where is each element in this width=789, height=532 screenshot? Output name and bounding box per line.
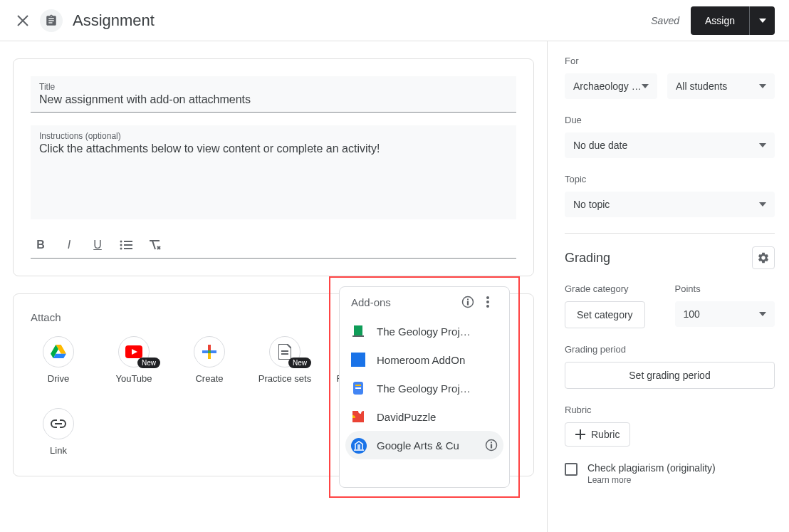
caret-down-icon: [642, 84, 649, 88]
svg-point-2: [120, 244, 122, 246]
addons-more-button[interactable]: [478, 296, 498, 308]
set-category-button[interactable]: Set category: [565, 301, 645, 328]
svg-rect-19: [354, 325, 362, 335]
addon-icon: [351, 353, 365, 367]
svg-rect-24: [355, 387, 361, 389]
class-select[interactable]: Archaeology …: [565, 73, 657, 99]
svg-point-13: [467, 298, 469, 300]
topic-select[interactable]: No topic: [565, 192, 775, 217]
assign-button[interactable]: Assign: [691, 6, 749, 35]
instructions-input[interactable]: Click the attachments below to view cont…: [39, 142, 508, 155]
addons-popup: Add-ons The Geology Proj… Homeroom AddOn…: [339, 286, 510, 488]
svg-point-25: [351, 438, 367, 454]
caret-down-icon: [759, 312, 766, 316]
period-label: Grading period: [565, 344, 775, 355]
format-toolbar: B I U: [31, 232, 516, 259]
plagiarism-label: Check plagiarism (originality): [587, 462, 716, 474]
addon-icon: [351, 381, 365, 395]
plus-color-icon: [202, 345, 216, 359]
addons-info-button[interactable]: [458, 296, 478, 308]
close-icon: [17, 15, 28, 26]
svg-point-17: [486, 305, 489, 308]
attach-link[interactable]: Link: [31, 408, 86, 457]
clear-format-icon: [148, 239, 161, 251]
addon-icon: [351, 410, 365, 424]
instructions-field[interactable]: Instructions (optional) Click the attach…: [31, 125, 516, 219]
addon-item-geology-1[interactable]: The Geology Proj…: [340, 317, 509, 345]
info-icon: [461, 296, 474, 308]
info-icon: [485, 439, 498, 452]
document-icon: [278, 344, 291, 360]
addons-title: Add-ons: [351, 296, 458, 308]
bullet-list-button[interactable]: [119, 238, 133, 252]
divider: [565, 233, 775, 234]
addon-info-button[interactable]: [485, 439, 498, 452]
svg-rect-1: [124, 241, 132, 242]
due-label: Due: [565, 115, 775, 125]
more-vert-icon: [486, 296, 489, 308]
clear-format-button[interactable]: [147, 238, 162, 252]
svg-rect-5: [124, 248, 132, 249]
plus-icon: [575, 429, 585, 439]
title-label: Title: [39, 82, 508, 92]
svg-point-15: [486, 296, 489, 299]
list-icon: [120, 240, 132, 250]
bold-button[interactable]: B: [33, 238, 48, 252]
attach-drive[interactable]: Drive: [31, 336, 86, 385]
svg-rect-10: [208, 345, 211, 350]
svg-rect-21: [351, 353, 365, 367]
plagiarism-checkbox[interactable]: [565, 463, 578, 476]
app-header: Assignment Saved Assign: [0, 0, 789, 41]
svg-point-27: [491, 442, 492, 443]
points-select[interactable]: 100: [675, 301, 775, 327]
new-badge: New: [288, 358, 311, 368]
instructions-label: Instructions (optional): [39, 131, 508, 141]
topic-label: Topic: [565, 174, 775, 184]
addon-item-geology-2[interactable]: The Geology Proj…: [340, 374, 509, 402]
svg-rect-3: [124, 244, 132, 246]
clipboard-icon: [45, 14, 58, 27]
close-button[interactable]: [14, 12, 31, 29]
addon-item-arts-culture[interactable]: Google Arts & Cu: [345, 431, 503, 459]
italic-button[interactable]: I: [62, 238, 76, 252]
addons-highlight-box: Add-ons The Geology Proj… Homeroom AddOn…: [329, 276, 520, 498]
addon-icon: [351, 438, 365, 452]
svg-rect-23: [355, 385, 361, 386]
page-title: Assignment: [73, 11, 155, 30]
grading-heading: Grading: [565, 246, 775, 269]
students-select[interactable]: All students: [667, 73, 775, 99]
addon-icon: [351, 324, 365, 338]
youtube-icon: [125, 345, 142, 358]
addon-item-homeroom[interactable]: Homeroom AddOn: [340, 345, 509, 374]
add-rubric-button[interactable]: Rubric: [565, 422, 630, 447]
underline-button[interactable]: U: [90, 238, 105, 252]
svg-point-16: [486, 301, 489, 303]
title-input[interactable]: New assignment with add-on attachments: [39, 93, 508, 106]
drive-icon: [51, 345, 66, 359]
attach-create[interactable]: Create: [182, 336, 237, 385]
link-icon: [51, 419, 66, 428]
caret-down-icon: [759, 19, 766, 23]
for-label: For: [565, 56, 775, 66]
content-card: Title New assignment with add-on attachm…: [13, 58, 534, 276]
grading-settings-button[interactable]: [752, 246, 775, 269]
svg-point-0: [120, 241, 122, 243]
attach-practice-sets[interactable]: New Practice sets: [257, 336, 313, 385]
svg-rect-20: [352, 335, 364, 337]
plagiarism-row: Check plagiarism (originality) Learn mor…: [565, 462, 775, 485]
svg-rect-14: [467, 301, 469, 306]
points-label: Points: [675, 283, 775, 294]
settings-sidebar: For Archaeology … All students Due No du…: [547, 41, 789, 532]
addon-item-davidpuzzle[interactable]: DavidPuzzle: [340, 402, 509, 431]
caret-down-icon: [759, 202, 766, 207]
learn-more-link[interactable]: Learn more: [587, 475, 716, 485]
caret-down-icon: [759, 143, 766, 147]
set-period-button[interactable]: Set grading period: [565, 362, 775, 389]
due-date-select[interactable]: No due date: [565, 132, 775, 158]
svg-rect-28: [491, 444, 492, 449]
category-label: Grade category: [565, 283, 665, 294]
title-field[interactable]: Title New assignment with add-on attachm…: [31, 76, 516, 113]
new-badge: New: [137, 358, 160, 368]
assign-dropdown-button[interactable]: [749, 6, 775, 35]
attach-youtube[interactable]: New YouTube: [106, 336, 162, 385]
